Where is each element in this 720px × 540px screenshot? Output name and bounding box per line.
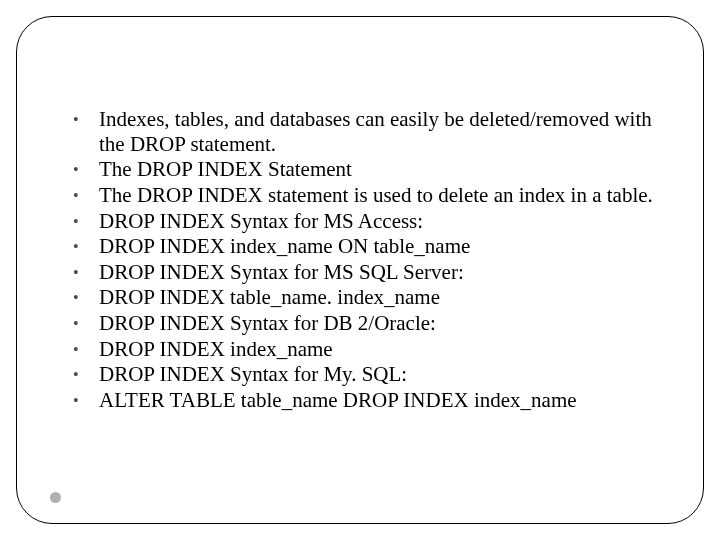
list-item: • DROP INDEX index_name: [73, 337, 663, 363]
list-item: • DROP INDEX index_name ON table_name: [73, 234, 663, 260]
list-item: • The DROP INDEX Statement: [73, 157, 663, 183]
list-item-text: DROP INDEX table_name. index_name: [99, 285, 663, 310]
bullet-icon: •: [73, 260, 99, 286]
list-item-text: Indexes, tables, and databases can easil…: [99, 107, 663, 157]
bullet-icon: •: [73, 285, 99, 311]
list-item: • DROP INDEX Syntax for DB 2/Oracle:: [73, 311, 663, 337]
bullet-icon: •: [73, 311, 99, 337]
list-item: • ALTER TABLE table_name DROP INDEX inde…: [73, 388, 663, 414]
list-item-text: The DROP INDEX statement is used to dele…: [99, 183, 663, 208]
list-item-text: DROP INDEX index_name ON table_name: [99, 234, 663, 259]
bullet-icon: •: [73, 209, 99, 235]
bullet-icon: •: [73, 234, 99, 260]
list-item-text: The DROP INDEX Statement: [99, 157, 663, 182]
footer-dot-icon: [50, 492, 61, 503]
list-item: • DROP INDEX table_name. index_name: [73, 285, 663, 311]
bullet-icon: •: [73, 362, 99, 388]
list-item-text: DROP INDEX Syntax for MS Access:: [99, 209, 663, 234]
slide-frame: • Indexes, tables, and databases can eas…: [16, 16, 704, 524]
bullet-icon: •: [73, 183, 99, 209]
bullet-list: • Indexes, tables, and databases can eas…: [73, 107, 663, 413]
bullet-icon: •: [73, 107, 99, 133]
list-item-text: DROP INDEX index_name: [99, 337, 663, 362]
list-item-text: DROP INDEX Syntax for DB 2/Oracle:: [99, 311, 663, 336]
list-item-text: DROP INDEX Syntax for MS SQL Server:: [99, 260, 663, 285]
bullet-icon: •: [73, 157, 99, 183]
list-item: • DROP INDEX Syntax for MS SQL Server:: [73, 260, 663, 286]
bullet-icon: •: [73, 337, 99, 363]
list-item: • The DROP INDEX statement is used to de…: [73, 183, 663, 209]
list-item-text: DROP INDEX Syntax for My. SQL:: [99, 362, 663, 387]
list-item-text: ALTER TABLE table_name DROP INDEX index_…: [99, 388, 663, 413]
list-item: • Indexes, tables, and databases can eas…: [73, 107, 663, 157]
list-item: • DROP INDEX Syntax for My. SQL:: [73, 362, 663, 388]
bullet-icon: •: [73, 388, 99, 414]
list-item: • DROP INDEX Syntax for MS Access:: [73, 209, 663, 235]
